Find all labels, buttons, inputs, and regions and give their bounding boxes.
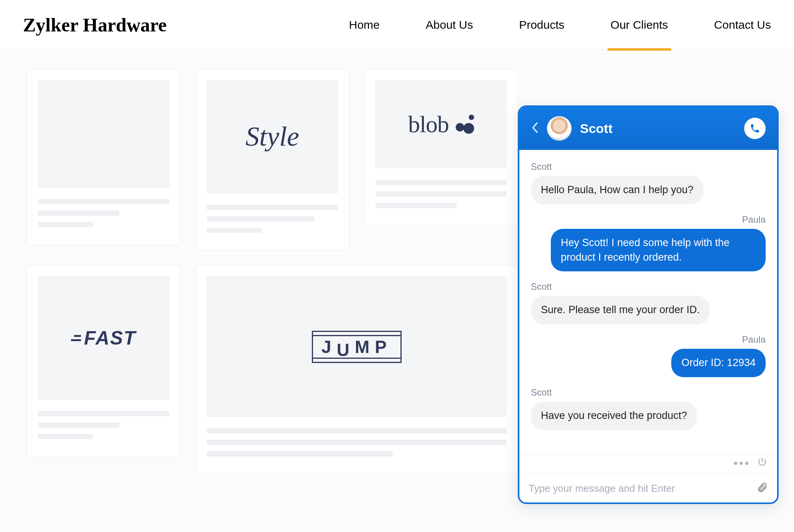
client-card-fast: FAST (27, 266, 180, 456)
client-logo-jump: JUMP (207, 277, 507, 417)
chat-messages: Scott Hello Paula, How can I help you? P… (519, 150, 777, 454)
message-agent: Scott Sure. Please tell me your order ID… (531, 281, 766, 324)
message-bubble: Hey Scott! I need some help with the pro… (551, 229, 766, 272)
chat-input-row (519, 474, 777, 502)
message-sender-label: Paula (531, 214, 766, 225)
placeholder-lines (207, 428, 507, 456)
chat-header: Scott (519, 107, 777, 150)
message-sender-label: Scott (531, 161, 766, 172)
chat-message-input[interactable] (529, 483, 750, 494)
nav-home[interactable]: Home (349, 18, 380, 51)
nav-our-clients[interactable]: Our Clients (611, 18, 668, 51)
message-sender-label: Scott (531, 387, 766, 398)
nav-contact-us[interactable]: Contact Us (714, 18, 771, 51)
main-nav: Home About Us Products Our Clients Conta… (349, 18, 771, 31)
message-agent: Scott Have you received the product? (531, 387, 766, 430)
placeholder-lines (207, 205, 338, 233)
brand-logo: Zylker Hardware (23, 14, 167, 36)
placeholder-lines (376, 180, 507, 208)
jump-logo-text: JUMP (321, 337, 392, 357)
client-logo-placeholder (38, 80, 169, 187)
client-card-style: Style (196, 69, 349, 250)
power-icon[interactable] (757, 457, 767, 470)
fast-logo-text: FAST (84, 327, 136, 349)
site-header: Zylker Hardware Home About Us Products O… (0, 0, 794, 50)
nav-about-us[interactable]: About Us (426, 18, 473, 51)
message-bubble: Hello Paula, How can I help you? (531, 176, 703, 204)
placeholder-lines (38, 199, 169, 227)
message-bubble: Have you received the product? (531, 402, 697, 430)
attach-icon[interactable] (756, 482, 768, 495)
message-agent: Scott Hello Paula, How can I help you? (531, 161, 766, 204)
client-logo-style: Style (207, 80, 338, 193)
message-user: Paula Hey Scott! I need some help with t… (531, 214, 766, 272)
blob-dots-icon (453, 115, 474, 134)
client-card-placeholder-1 (27, 69, 180, 245)
style-logo-text: Style (245, 121, 299, 153)
message-user: Paula Order ID: 12934 (531, 334, 766, 377)
agent-avatar (547, 116, 572, 141)
jump-logo-frame: JUMP (312, 331, 402, 363)
phone-icon (750, 123, 760, 134)
chat-footer-actions: ••• (519, 454, 777, 474)
client-card-blob: blob (364, 69, 518, 225)
back-icon[interactable] (531, 122, 539, 135)
message-sender-label: Paula (531, 334, 766, 345)
message-sender-label: Scott (531, 281, 766, 292)
message-bubble: Order ID: 12934 (671, 349, 766, 377)
message-bubble: Sure. Please tell me your order ID. (531, 296, 710, 324)
placeholder-lines (38, 411, 169, 439)
chat-widget: Scott Scott Hello Paula, How can I help … (518, 105, 779, 504)
fast-speed-lines-icon (71, 335, 81, 341)
client-logo-fast: FAST (38, 277, 169, 399)
client-logo-blob: blob (376, 80, 507, 168)
nav-products[interactable]: Products (519, 18, 564, 51)
agent-name: Scott (580, 121, 736, 136)
more-options-icon[interactable]: ••• (733, 457, 750, 470)
blob-logo-text: blob (408, 111, 449, 138)
call-button[interactable] (744, 118, 766, 139)
client-card-jump: JUMP (196, 266, 518, 474)
